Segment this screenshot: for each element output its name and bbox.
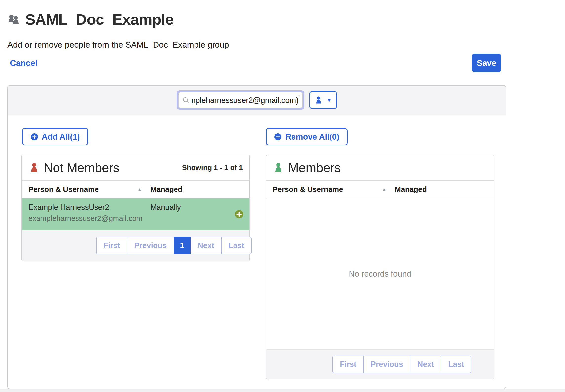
page-subtitle: Add or remove people from the SAML_Doc_E… — [7, 40, 229, 50]
sort-ascending-icon: ▲ — [137, 187, 142, 192]
row-username: exampleharnessuser2@gmail.com — [28, 214, 150, 223]
empty-state: No records found — [266, 198, 494, 349]
pagination-page-1-button[interactable]: 1 — [174, 237, 191, 254]
page-bottom-strip — [0, 389, 565, 392]
group-membership-panel: ampleharnessuser2@gmail.com) ▼ Add All(1… — [7, 85, 506, 389]
sort-ascending-icon: ▲ — [382, 187, 386, 192]
showing-count: Showing 1 - 1 of 1 — [182, 164, 243, 172]
save-button[interactable]: Save — [472, 54, 501, 72]
remove-all-label: Remove All(0) — [285, 132, 339, 142]
person-icon-red — [28, 162, 40, 173]
search-bar: ampleharnessuser2@gmail.com) ▼ — [8, 86, 506, 115]
page-title: SAML_Doc_Example — [25, 12, 174, 27]
pagination-previous-button[interactable]: Previous — [127, 237, 174, 254]
caret-down-icon: ▼ — [327, 97, 332, 103]
search-icon — [182, 96, 190, 104]
cell-person-username: Example HarnessUser2 exampleharnessuser2… — [22, 198, 150, 230]
search-value-clip: ampleharnessuser2@gmail.com) — [192, 95, 299, 105]
pagination-last-button[interactable]: Last — [441, 356, 471, 373]
not-members-title: Not Members — [44, 160, 119, 175]
column-person-username[interactable]: Person & Username ▲ — [22, 185, 150, 194]
column-person-username[interactable]: Person & Username ▲ — [266, 185, 395, 194]
column-managed[interactable]: Managed — [150, 185, 249, 194]
page-header: SAML_Doc_Example — [7, 12, 174, 27]
pagination-previous-button[interactable]: Previous — [363, 356, 410, 373]
add-all-label: Add All(1) — [42, 132, 80, 142]
not-members-card: Not Members Showing 1 - 1 of 1 Person & … — [21, 155, 250, 261]
search-input[interactable]: ampleharnessuser2@gmail.com) — [178, 92, 303, 108]
pagination-next-button[interactable]: Next — [410, 356, 441, 373]
members-card: Members Person & Username ▲ Managed No r… — [266, 155, 494, 379]
pagination-first-button[interactable]: First — [332, 356, 364, 373]
column-managed[interactable]: Managed — [395, 185, 494, 194]
column-person-label: Person & Username — [28, 185, 99, 194]
minus-circle-icon — [274, 133, 282, 141]
not-members-header: Not Members Showing 1 - 1 of 1 — [22, 155, 249, 180]
pagination-first-button[interactable]: First — [96, 237, 127, 254]
add-plus-circle-icon[interactable] — [234, 210, 244, 219]
text-caret — [299, 95, 299, 105]
members-header: Members — [266, 155, 494, 180]
group-users-icon — [7, 13, 21, 26]
members-pagination: First Previous Next Last — [332, 356, 471, 373]
search-filter-dropdown[interactable]: ▼ — [309, 91, 337, 109]
members-title: Members — [288, 160, 341, 175]
column-person-label: Person & Username — [273, 185, 343, 194]
row-name: Example HarnessUser2 — [28, 203, 150, 212]
person-icon — [314, 96, 323, 105]
search-focus-ring: ampleharnessuser2@gmail.com) — [177, 90, 304, 110]
not-members-column-headers: Person & Username ▲ Managed — [22, 180, 249, 198]
not-members-pagination: First Previous 1 Next Last — [96, 237, 252, 254]
remove-all-button[interactable]: Remove All(0) — [266, 128, 348, 145]
cancel-link[interactable]: Cancel — [10, 58, 38, 68]
pagination-last-button[interactable]: Last — [221, 237, 252, 254]
add-all-button[interactable]: Add All(1) — [22, 128, 88, 145]
not-members-footer: First Previous 1 Next Last — [22, 230, 249, 261]
pagination-next-button[interactable]: Next — [190, 237, 221, 254]
search-value: ampleharnessuser2@gmail.com) — [192, 96, 299, 105]
person-icon-green — [273, 162, 284, 173]
members-column-headers: Person & Username ▲ Managed — [266, 180, 494, 198]
members-footer: First Previous Next Last — [266, 349, 494, 379]
plus-circle-icon — [30, 133, 38, 141]
table-row-not-member[interactable]: Example HarnessUser2 exampleharnessuser2… — [22, 198, 249, 230]
